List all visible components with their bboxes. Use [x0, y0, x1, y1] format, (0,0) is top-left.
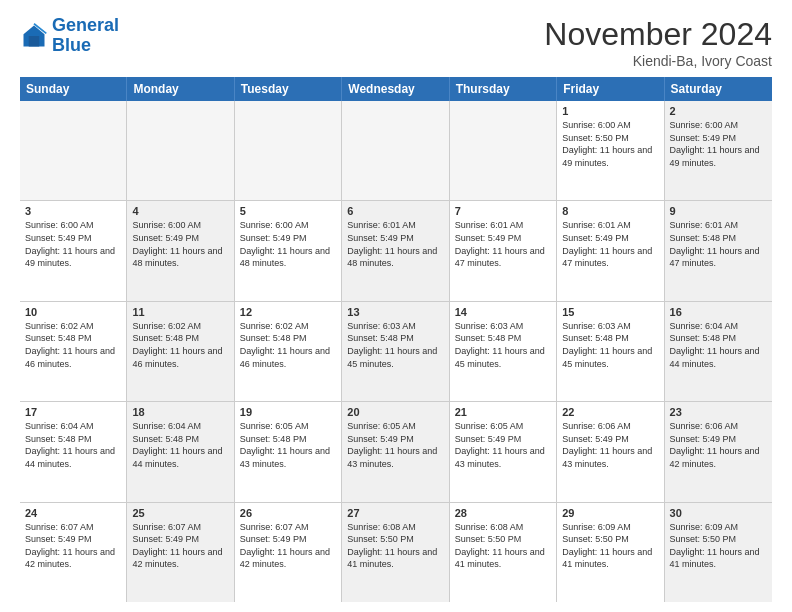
- header-wednesday: Wednesday: [342, 77, 449, 101]
- day-cell-2: 2Sunrise: 6:00 AM Sunset: 5:49 PM Daylig…: [665, 101, 772, 200]
- header-friday: Friday: [557, 77, 664, 101]
- day-details: Sunrise: 6:05 AM Sunset: 5:49 PM Dayligh…: [455, 420, 551, 470]
- day-cell-18: 18Sunrise: 6:04 AM Sunset: 5:48 PM Dayli…: [127, 402, 234, 501]
- empty-cell: [235, 101, 342, 200]
- day-cell-22: 22Sunrise: 6:06 AM Sunset: 5:49 PM Dayli…: [557, 402, 664, 501]
- day-cell-3: 3Sunrise: 6:00 AM Sunset: 5:49 PM Daylig…: [20, 201, 127, 300]
- day-details: Sunrise: 6:09 AM Sunset: 5:50 PM Dayligh…: [562, 521, 658, 571]
- day-cell-13: 13Sunrise: 6:03 AM Sunset: 5:48 PM Dayli…: [342, 302, 449, 401]
- day-cell-11: 11Sunrise: 6:02 AM Sunset: 5:48 PM Dayli…: [127, 302, 234, 401]
- day-details: Sunrise: 6:02 AM Sunset: 5:48 PM Dayligh…: [25, 320, 121, 370]
- calendar-week-4: 17Sunrise: 6:04 AM Sunset: 5:48 PM Dayli…: [20, 402, 772, 502]
- day-details: Sunrise: 6:01 AM Sunset: 5:49 PM Dayligh…: [347, 219, 443, 269]
- day-number: 17: [25, 406, 121, 418]
- day-number: 9: [670, 205, 767, 217]
- day-details: Sunrise: 6:07 AM Sunset: 5:49 PM Dayligh…: [132, 521, 228, 571]
- day-number: 23: [670, 406, 767, 418]
- logo-line1: General: [52, 15, 119, 35]
- calendar-week-2: 3Sunrise: 6:00 AM Sunset: 5:49 PM Daylig…: [20, 201, 772, 301]
- header-thursday: Thursday: [450, 77, 557, 101]
- day-cell-1: 1Sunrise: 6:00 AM Sunset: 5:50 PM Daylig…: [557, 101, 664, 200]
- logo-line2: Blue: [52, 35, 91, 55]
- day-cell-16: 16Sunrise: 6:04 AM Sunset: 5:48 PM Dayli…: [665, 302, 772, 401]
- day-number: 11: [132, 306, 228, 318]
- calendar-body: 1Sunrise: 6:00 AM Sunset: 5:50 PM Daylig…: [20, 101, 772, 602]
- day-number: 1: [562, 105, 658, 117]
- month-title: November 2024: [544, 16, 772, 53]
- header-saturday: Saturday: [665, 77, 772, 101]
- empty-cell: [127, 101, 234, 200]
- empty-cell: [342, 101, 449, 200]
- svg-rect-2: [29, 36, 40, 47]
- day-cell-28: 28Sunrise: 6:08 AM Sunset: 5:50 PM Dayli…: [450, 503, 557, 602]
- header-tuesday: Tuesday: [235, 77, 342, 101]
- day-number: 24: [25, 507, 121, 519]
- day-details: Sunrise: 6:00 AM Sunset: 5:49 PM Dayligh…: [25, 219, 121, 269]
- day-number: 4: [132, 205, 228, 217]
- day-number: 16: [670, 306, 767, 318]
- day-cell-23: 23Sunrise: 6:06 AM Sunset: 5:49 PM Dayli…: [665, 402, 772, 501]
- day-details: Sunrise: 6:02 AM Sunset: 5:48 PM Dayligh…: [132, 320, 228, 370]
- day-cell-30: 30Sunrise: 6:09 AM Sunset: 5:50 PM Dayli…: [665, 503, 772, 602]
- empty-cell: [20, 101, 127, 200]
- day-number: 12: [240, 306, 336, 318]
- day-cell-29: 29Sunrise: 6:09 AM Sunset: 5:50 PM Dayli…: [557, 503, 664, 602]
- day-details: Sunrise: 6:08 AM Sunset: 5:50 PM Dayligh…: [347, 521, 443, 571]
- header-sunday: Sunday: [20, 77, 127, 101]
- day-details: Sunrise: 6:07 AM Sunset: 5:49 PM Dayligh…: [240, 521, 336, 571]
- page-header: General Blue November 2024 Kiendi-Ba, Iv…: [20, 16, 772, 69]
- day-details: Sunrise: 6:04 AM Sunset: 5:48 PM Dayligh…: [25, 420, 121, 470]
- day-details: Sunrise: 6:06 AM Sunset: 5:49 PM Dayligh…: [562, 420, 658, 470]
- day-number: 27: [347, 507, 443, 519]
- day-cell-9: 9Sunrise: 6:01 AM Sunset: 5:48 PM Daylig…: [665, 201, 772, 300]
- header-monday: Monday: [127, 77, 234, 101]
- day-cell-24: 24Sunrise: 6:07 AM Sunset: 5:49 PM Dayli…: [20, 503, 127, 602]
- day-cell-15: 15Sunrise: 6:03 AM Sunset: 5:48 PM Dayli…: [557, 302, 664, 401]
- day-cell-5: 5Sunrise: 6:00 AM Sunset: 5:49 PM Daylig…: [235, 201, 342, 300]
- day-number: 2: [670, 105, 767, 117]
- day-cell-12: 12Sunrise: 6:02 AM Sunset: 5:48 PM Dayli…: [235, 302, 342, 401]
- calendar-header: Sunday Monday Tuesday Wednesday Thursday…: [20, 77, 772, 101]
- day-details: Sunrise: 6:03 AM Sunset: 5:48 PM Dayligh…: [562, 320, 658, 370]
- logo-text: General Blue: [52, 16, 119, 56]
- day-details: Sunrise: 6:00 AM Sunset: 5:49 PM Dayligh…: [132, 219, 228, 269]
- empty-cell: [450, 101, 557, 200]
- calendar-week-5: 24Sunrise: 6:07 AM Sunset: 5:49 PM Dayli…: [20, 503, 772, 602]
- day-cell-19: 19Sunrise: 6:05 AM Sunset: 5:48 PM Dayli…: [235, 402, 342, 501]
- day-details: Sunrise: 6:08 AM Sunset: 5:50 PM Dayligh…: [455, 521, 551, 571]
- day-details: Sunrise: 6:06 AM Sunset: 5:49 PM Dayligh…: [670, 420, 767, 470]
- day-details: Sunrise: 6:07 AM Sunset: 5:49 PM Dayligh…: [25, 521, 121, 571]
- logo-icon: [20, 22, 48, 50]
- day-number: 21: [455, 406, 551, 418]
- day-number: 22: [562, 406, 658, 418]
- day-number: 20: [347, 406, 443, 418]
- day-number: 8: [562, 205, 658, 217]
- day-cell-20: 20Sunrise: 6:05 AM Sunset: 5:49 PM Dayli…: [342, 402, 449, 501]
- day-cell-7: 7Sunrise: 6:01 AM Sunset: 5:49 PM Daylig…: [450, 201, 557, 300]
- calendar-week-1: 1Sunrise: 6:00 AM Sunset: 5:50 PM Daylig…: [20, 101, 772, 201]
- day-cell-4: 4Sunrise: 6:00 AM Sunset: 5:49 PM Daylig…: [127, 201, 234, 300]
- logo: General Blue: [20, 16, 119, 56]
- day-details: Sunrise: 6:00 AM Sunset: 5:49 PM Dayligh…: [240, 219, 336, 269]
- day-number: 18: [132, 406, 228, 418]
- day-details: Sunrise: 6:03 AM Sunset: 5:48 PM Dayligh…: [455, 320, 551, 370]
- day-cell-10: 10Sunrise: 6:02 AM Sunset: 5:48 PM Dayli…: [20, 302, 127, 401]
- day-number: 30: [670, 507, 767, 519]
- day-number: 6: [347, 205, 443, 217]
- day-number: 7: [455, 205, 551, 217]
- day-details: Sunrise: 6:00 AM Sunset: 5:49 PM Dayligh…: [670, 119, 767, 169]
- day-number: 10: [25, 306, 121, 318]
- day-details: Sunrise: 6:05 AM Sunset: 5:48 PM Dayligh…: [240, 420, 336, 470]
- day-details: Sunrise: 6:01 AM Sunset: 5:48 PM Dayligh…: [670, 219, 767, 269]
- location: Kiendi-Ba, Ivory Coast: [544, 53, 772, 69]
- day-details: Sunrise: 6:01 AM Sunset: 5:49 PM Dayligh…: [455, 219, 551, 269]
- day-details: Sunrise: 6:02 AM Sunset: 5:48 PM Dayligh…: [240, 320, 336, 370]
- day-number: 3: [25, 205, 121, 217]
- day-details: Sunrise: 6:00 AM Sunset: 5:50 PM Dayligh…: [562, 119, 658, 169]
- day-number: 29: [562, 507, 658, 519]
- day-number: 13: [347, 306, 443, 318]
- day-cell-6: 6Sunrise: 6:01 AM Sunset: 5:49 PM Daylig…: [342, 201, 449, 300]
- day-number: 26: [240, 507, 336, 519]
- day-details: Sunrise: 6:09 AM Sunset: 5:50 PM Dayligh…: [670, 521, 767, 571]
- day-details: Sunrise: 6:05 AM Sunset: 5:49 PM Dayligh…: [347, 420, 443, 470]
